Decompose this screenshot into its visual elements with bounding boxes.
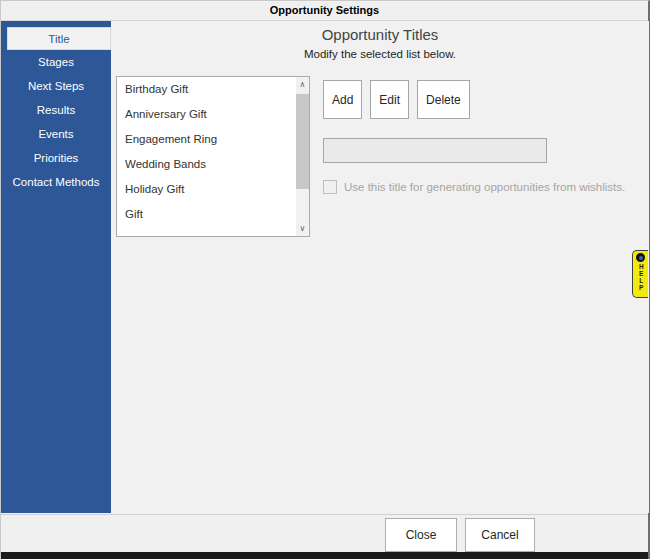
sidebar-item[interactable]: Stages	[1, 51, 111, 74]
opportunity-settings-window: Opportunity Settings Title Stages Next S…	[0, 0, 650, 559]
scroll-up-icon[interactable]: ∧	[296, 77, 309, 92]
footer-bar: Close Cancel	[1, 514, 648, 553]
sidebar-item[interactable]: Contact Methods	[1, 171, 111, 194]
scroll-down-icon[interactable]: ∨	[296, 221, 309, 236]
list-item[interactable]: Gift	[117, 202, 296, 227]
sidebar-item-label: Contact Methods	[13, 176, 100, 188]
page-subtitle: Modify the selected list below.	[111, 48, 649, 60]
sidebar-nav: Title Stages Next Steps Results Events P…	[1, 21, 111, 513]
titles-list: Birthday Gift Anniversary Gift Engagemen…	[117, 77, 296, 236]
close-button[interactable]: Close	[385, 518, 457, 552]
sidebar-item[interactable]: Results	[1, 99, 111, 122]
window-bottom-edge	[1, 552, 648, 559]
help-icon-dot	[639, 256, 643, 260]
titles-listbox[interactable]: Birthday Gift Anniversary Gift Engagemen…	[116, 76, 310, 237]
list-item-label: Birthday Gift	[125, 83, 188, 95]
sidebar-item-label: Results	[37, 104, 75, 116]
edit-button[interactable]: Edit	[370, 80, 409, 119]
cancel-button[interactable]: Cancel	[465, 518, 535, 552]
add-button[interactable]: Add	[323, 80, 362, 119]
help-tab-label: HELP	[637, 263, 644, 291]
sidebar-item[interactable]: Events	[1, 123, 111, 146]
list-item[interactable]: Anniversary Gift	[117, 102, 296, 127]
list-item-label: Gift	[125, 208, 143, 220]
list-item-label: Holiday Gift	[125, 183, 184, 195]
page-title: Opportunity Titles	[111, 26, 649, 43]
wishlist-checkbox-label: Use this title for generating opportunit…	[344, 181, 625, 193]
scrollbar-thumb[interactable]	[296, 94, 309, 189]
list-item[interactable]: Holiday Gift	[117, 177, 296, 202]
list-item-label: Anniversary Gift	[125, 108, 207, 120]
sidebar-item-label: Title	[48, 33, 69, 45]
list-item-label: Wedding Bands	[125, 158, 206, 170]
list-item-label: Engagement Ring	[125, 133, 217, 145]
title-input[interactable]	[323, 138, 547, 163]
list-item[interactable]: Birthday Gift	[117, 77, 296, 102]
main-content: Opportunity Titles Modify the selected l…	[111, 21, 649, 513]
sidebar-item-label: Events	[38, 128, 73, 140]
list-actions: Add Edit Delete	[323, 80, 470, 119]
listbox-scrollbar[interactable]: ∧ ∨	[296, 77, 309, 236]
window-title: Opportunity Settings	[270, 4, 379, 16]
delete-button[interactable]: Delete	[417, 80, 470, 119]
sidebar-item[interactable]: Next Steps	[1, 75, 111, 98]
list-item[interactable]: Wedding Bands	[117, 152, 296, 177]
sidebar-item[interactable]: Priorities	[1, 147, 111, 170]
wishlist-checkbox[interactable]	[323, 180, 337, 194]
window-titlebar: Opportunity Settings	[1, 1, 648, 21]
sidebar-item-label: Stages	[38, 56, 74, 68]
list-item[interactable]: Engagement Ring	[117, 127, 296, 152]
help-icon	[636, 253, 645, 262]
help-tab[interactable]: HELP	[632, 250, 648, 298]
sidebar-item-label: Next Steps	[28, 80, 84, 92]
sidebar-item-label: Priorities	[34, 152, 79, 164]
wishlist-checkbox-row: Use this title for generating opportunit…	[323, 180, 625, 194]
sidebar-item[interactable]: Title	[7, 27, 111, 50]
